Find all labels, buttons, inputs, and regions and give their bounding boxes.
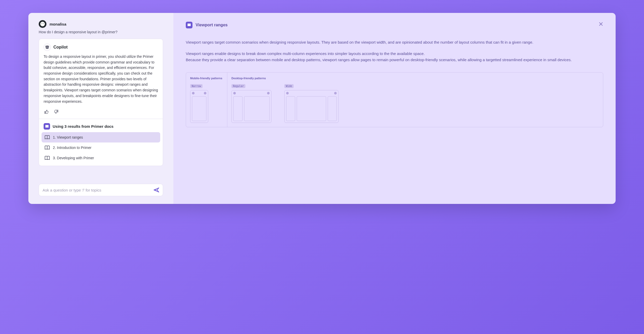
desktop-patterns-col: Desktop-friendly patterns Regular . Wide: [227, 73, 603, 127]
detail-title: Viewport ranges: [196, 23, 228, 27]
avatar-dot-icon: [334, 92, 337, 94]
detail-badge-icon: [186, 22, 192, 28]
app-window: monalisa How do I design a responsive la…: [28, 13, 616, 204]
avatar-dot-icon: [204, 92, 206, 94]
result-item-1[interactable]: 1. Viewport ranges: [42, 132, 160, 142]
username: monalisa: [50, 22, 66, 26]
mobile-patterns-col: Mobile-friendly patterns Narrow: [186, 73, 227, 127]
book-open-icon: [45, 155, 50, 161]
results-heading: Using 3 results from Primer docs: [53, 124, 114, 129]
logo-dot-icon: [233, 92, 236, 94]
narrow-badge: Narrow: [190, 84, 203, 88]
regular-frame: [231, 90, 271, 123]
chat-panel: monalisa How do I design a responsive la…: [28, 13, 173, 204]
wide-frame: [284, 90, 339, 123]
send-button[interactable]: [154, 187, 159, 193]
results-section: Using 3 results from Primer docs 1. View…: [39, 119, 163, 166]
copilot-card: Copilot To design a responsive layout in…: [39, 39, 163, 166]
close-button[interactable]: [599, 22, 603, 27]
chat-input[interactable]: [43, 188, 154, 192]
desktop-patterns-label: Desktop-friendly patterns: [231, 77, 271, 80]
result-item-3[interactable]: 3. Developing with Primer: [42, 153, 160, 163]
detail-header: Viewport ranges: [186, 22, 603, 28]
results-header: Using 3 results from Primer docs: [42, 123, 160, 130]
book-open-icon: [45, 135, 50, 140]
user-question: How do I design a responsive layout in @…: [39, 30, 163, 34]
result-label: 3. Developing with Primer: [53, 156, 94, 160]
copilot-header: Copilot: [39, 39, 163, 54]
detail-paragraph-1: Viewport ranges target common scenarios …: [186, 39, 603, 45]
logo-dot-icon: [286, 92, 289, 94]
thumbs-up-button[interactable]: [44, 109, 49, 115]
copilot-icon: [44, 44, 51, 51]
detail-body: Viewport ranges target common scenarios …: [186, 39, 603, 63]
result-label: 1. Viewport ranges: [53, 135, 83, 139]
input-bar: [39, 184, 163, 196]
layout-block: [286, 96, 295, 121]
book-open-icon: [45, 145, 50, 150]
layout-block: [328, 96, 337, 121]
copilot-title: Copilot: [53, 45, 68, 50]
logo-dot-icon: [192, 92, 195, 94]
result-item-2[interactable]: 2. Introduction to Primer: [42, 142, 160, 153]
layout-block: [233, 96, 243, 121]
copilot-answer: To design a responsive layout in primer,…: [39, 54, 163, 108]
mobile-patterns-label: Mobile-friendly patterns: [190, 77, 223, 80]
detail-paragraph-2: Viewport ranges enable designs to break …: [186, 51, 603, 57]
layout-block: [192, 96, 206, 121]
detail-paragraph-3: Because they provide a clear separation …: [186, 57, 603, 63]
regular-badge: Regular: [231, 84, 245, 88]
feedback-row: [39, 108, 163, 119]
wide-badge: Wide: [284, 84, 294, 88]
layout-block: [297, 96, 326, 121]
thumbs-down-button[interactable]: [53, 109, 59, 115]
avatar-dot-icon: [267, 92, 270, 94]
detail-panel: Viewport ranges Viewport ranges target c…: [173, 13, 616, 204]
viewport-diagram: Mobile-friendly patterns Narrow Desktop-…: [186, 72, 603, 127]
layout-block: [244, 96, 270, 121]
result-label: 2. Introduction to Primer: [53, 146, 91, 150]
narrow-frame: [190, 90, 208, 123]
book-badge-icon: [44, 123, 50, 130]
avatar: [39, 20, 46, 28]
user-header: monalisa: [39, 20, 163, 28]
